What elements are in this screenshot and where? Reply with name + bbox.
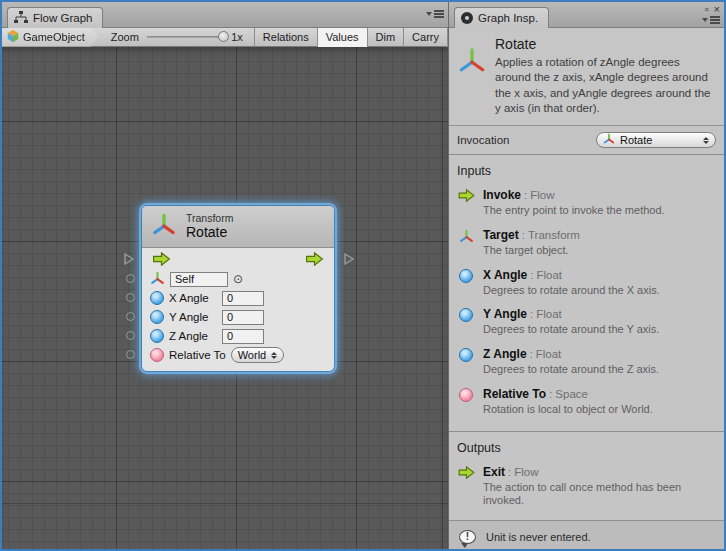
inspector-title: Rotate (495, 36, 716, 52)
x-angle-field[interactable]: 0 (222, 291, 264, 306)
entry-desc: The entry point to invoke the method. (483, 204, 665, 218)
tab-flow-graph[interactable]: Flow Graph (7, 7, 103, 28)
flow-arrow-icon (457, 188, 475, 218)
warning-glyph: ! (459, 530, 476, 544)
y-angle-label: Y Angle (169, 311, 217, 323)
entry-name: Z Angle (483, 347, 527, 361)
entry-colon: : (530, 308, 533, 320)
invocation-dropdown[interactable]: Rotate (596, 132, 716, 148)
z-angle-field[interactable]: 0 (222, 329, 264, 344)
invoke-port-icon[interactable] (152, 252, 171, 268)
graph-canvas[interactable]: Transform Rotate (2, 47, 448, 549)
input-entry-z-angle: Z Angle : Float Degrees to rotate around… (457, 347, 716, 377)
inspector-description: Applies a rotation of zAngle degrees aro… (495, 55, 716, 116)
entry-type: Float (536, 348, 562, 360)
entry-type: Space (555, 388, 588, 400)
exit-port-icon[interactable] (305, 252, 324, 268)
z-angle-external-port[interactable] (126, 331, 135, 340)
target-external-port[interactable] (126, 274, 135, 283)
flow-graph-panel-menu[interactable] (426, 10, 444, 18)
entry-desc: Degrees to rotate around the Z axis. (483, 363, 659, 377)
transform-axes-icon (457, 228, 475, 258)
entry-name: Invoke (483, 188, 521, 202)
entry-type: Float (536, 308, 562, 320)
entry-name: Target (483, 228, 519, 242)
inspector-header: Rotate Applies a rotation of zAngle degr… (449, 28, 724, 126)
relative-to-external-port[interactable] (126, 350, 135, 359)
float-port-icon (457, 347, 475, 377)
flow-graph-icon (14, 11, 28, 26)
graph-inspector-panel: Graph Insp. ▫ × Rotate Applies a rotatio… (448, 2, 724, 549)
tab-graph-inspector-label: Graph Insp. (478, 12, 538, 24)
object-picker-icon[interactable]: ⊙ (233, 274, 243, 284)
entry-type: Flow (530, 189, 554, 201)
entry-colon: : (530, 348, 533, 360)
entry-type: Transform (528, 229, 580, 241)
input-entry-invoke: Invoke : Flow The entry point to invoke … (457, 188, 716, 218)
outputs-header: Outputs (457, 441, 716, 455)
close-icon[interactable]: × (714, 4, 720, 14)
invocation-axes-icon (603, 133, 615, 147)
breadcrumb-gameobject[interactable]: GameObject (2, 28, 99, 47)
relative-to-port-icon[interactable] (150, 348, 164, 362)
flow-output-external-port[interactable] (343, 252, 355, 270)
transform-axes-icon (151, 212, 177, 242)
warning-bar: ! Unit is never entered. (449, 520, 724, 549)
input-entry-relative-to: Relative To : Space Rotation is local to… (457, 387, 716, 417)
carry-button[interactable]: Carry (404, 28, 448, 47)
tab-graph-inspector[interactable]: Graph Insp. (454, 7, 549, 28)
target-port-icon[interactable] (150, 271, 165, 288)
input-entry-x-angle: X Angle : Float Degrees to rotate around… (457, 268, 716, 298)
y-angle-port-icon[interactable] (150, 310, 164, 324)
node-title: Rotate (186, 224, 233, 240)
transform-rotate-node[interactable]: Transform Rotate (141, 205, 335, 372)
entry-colon: : (522, 229, 525, 241)
node-body: Self ⊙ X Angle 0 Y Angle 0 (142, 248, 334, 364)
y-angle-external-port[interactable] (126, 312, 135, 321)
values-button[interactable]: Values (318, 28, 368, 47)
entry-colon: : (530, 269, 533, 281)
x-angle-port-icon[interactable] (150, 291, 164, 305)
inspector-content: Rotate Applies a rotation of zAngle degr… (449, 28, 724, 549)
inspector-menu-icon[interactable] (702, 16, 720, 24)
flow-graph-toolbar: GameObject Zoom 1x Relations Values Dim … (2, 28, 448, 47)
tab-flow-graph-label: Flow Graph (33, 12, 92, 24)
zoom-slider-handle[interactable] (218, 31, 229, 42)
warning-bubble-icon: ! (459, 530, 477, 545)
zoom-slider[interactable] (147, 36, 227, 38)
entry-name: Exit (483, 465, 505, 479)
entry-name: X Angle (483, 268, 527, 282)
maximize-icon[interactable]: ▫ (705, 4, 709, 14)
z-angle-port-icon[interactable] (150, 329, 164, 343)
dropdown-caret-icon (703, 137, 709, 144)
entry-desc: The action to call once method has been … (483, 481, 716, 509)
inputs-header: Inputs (457, 164, 716, 178)
flow-input-external-port[interactable] (123, 252, 135, 270)
target-field[interactable]: Self (170, 272, 228, 287)
flow-graph-panel: Flow Graph GameObject Zoom 1x Relations … (2, 2, 448, 549)
entry-desc: Degrees to rotate around the Y axis. (483, 323, 659, 337)
entry-colon: : (549, 388, 552, 400)
inspector-tabstrip: Graph Insp. ▫ × (449, 2, 724, 28)
y-angle-field[interactable]: 0 (222, 310, 264, 325)
flow-arrow-icon (457, 465, 475, 509)
relative-to-dropdown[interactable]: World (231, 347, 285, 363)
dropdown-caret-icon (271, 352, 277, 359)
rotate-unit-icon (457, 46, 487, 116)
entry-name: Y Angle (483, 307, 527, 321)
invocation-label: Invocation (457, 134, 509, 146)
input-entry-y-angle: Y Angle : Float Degrees to rotate around… (457, 307, 716, 337)
panel-menu-icon (426, 10, 444, 18)
entry-colon: : (508, 466, 511, 478)
node-header[interactable]: Transform Rotate (142, 206, 334, 248)
dim-button[interactable]: Dim (368, 28, 405, 47)
gameobject-cube-icon (6, 29, 20, 45)
input-entry-target: Target : Transform The target object. (457, 228, 716, 258)
toolbar-toggle-group: Relations Values Dim Carry (254, 28, 448, 47)
z-angle-label: Z Angle (169, 330, 217, 342)
node-category: Transform (186, 212, 233, 224)
entry-desc: Rotation is local to object or World. (483, 403, 653, 417)
x-angle-external-port[interactable] (126, 293, 135, 302)
relations-button[interactable]: Relations (255, 28, 318, 47)
entry-name: Relative To (483, 387, 546, 401)
